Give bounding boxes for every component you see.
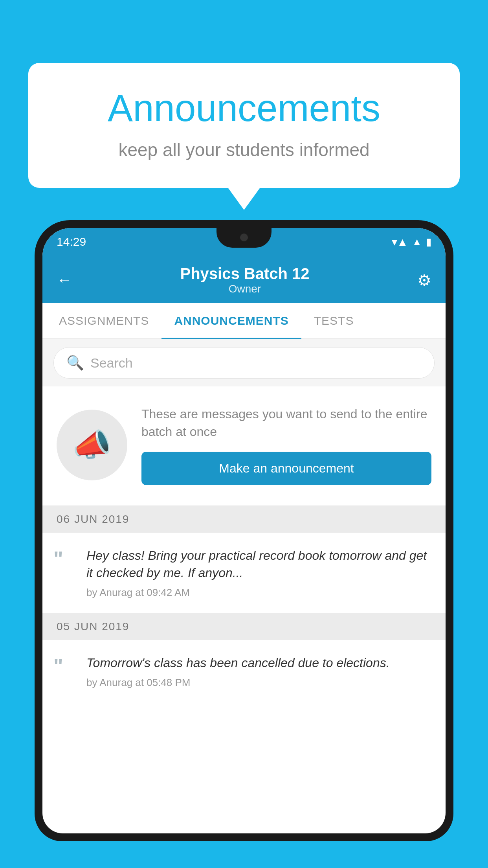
announcement-text-1: Hey class! Bring your practical record b…: [86, 547, 431, 582]
battery-icon: ▮: [426, 236, 431, 248]
batch-subtitle: Owner: [180, 283, 309, 295]
settings-button[interactable]: ⚙: [417, 271, 431, 289]
date-label-1: 06 JUN 2019: [57, 513, 129, 526]
header-title-group: Physics Batch 12 Owner: [180, 265, 309, 295]
announcement-item-1: " Hey class! Bring your practical record…: [42, 533, 446, 614]
phone-inner: 14:29 ▾▲ ▲ ▮ ← Physics Batch 12: [42, 228, 446, 833]
search-container: 🔍 Search: [42, 339, 446, 386]
date-label-2: 05 JUN 2019: [57, 620, 129, 633]
batch-title: Physics Batch 12: [180, 265, 309, 283]
app-header: ← Physics Batch 12 Owner ⚙: [42, 256, 446, 303]
wifi-icon: ▾▲: [392, 235, 408, 248]
quote-icon-1: ": [53, 548, 77, 569]
announcement-text-2: Tomorrow's class has been cancelled due …: [86, 654, 431, 672]
notch: [216, 228, 272, 248]
announcement-meta-2: by Anurag at 05:48 PM: [86, 677, 431, 689]
status-icons: ▾▲ ▲ ▮: [392, 235, 431, 248]
megaphone-icon: 📣: [72, 427, 112, 463]
date-separator-1: 06 JUN 2019: [42, 506, 446, 533]
back-button[interactable]: ←: [57, 271, 72, 289]
bubble-title: Announcements: [60, 86, 428, 130]
speech-bubble: Announcements keep all your students inf…: [28, 63, 460, 188]
tab-tests[interactable]: TESTS: [301, 303, 367, 338]
announcement-meta-1: by Anurag at 09:42 AM: [86, 587, 431, 599]
search-icon: 🔍: [66, 355, 84, 371]
bubble-subtitle: keep all your students informed: [60, 139, 428, 160]
announcement-content-2: Tomorrow's class has been cancelled due …: [86, 654, 431, 689]
prompt-description: These are messages you want to send to t…: [141, 405, 431, 441]
status-bar: 14:29 ▾▲ ▲ ▮: [42, 228, 446, 256]
status-time: 14:29: [57, 235, 86, 248]
search-box[interactable]: 🔍 Search: [53, 347, 435, 379]
tab-assignments[interactable]: ASSIGNMENTS: [46, 303, 161, 338]
camera-dot: [240, 234, 248, 241]
prompt-right: These are messages you want to send to t…: [141, 405, 431, 485]
speech-bubble-section: Announcements keep all your students inf…: [28, 63, 460, 188]
announcement-prompt: 📣 These are messages you want to send to…: [42, 386, 446, 506]
announcement-content-1: Hey class! Bring your practical record b…: [86, 547, 431, 599]
tab-announcements[interactable]: ANNOUNCEMENTS: [161, 303, 301, 338]
date-separator-2: 05 JUN 2019: [42, 613, 446, 640]
phone-mockup: 14:29 ▾▲ ▲ ▮ ← Physics Batch 12: [35, 220, 453, 868]
search-placeholder: Search: [90, 355, 133, 371]
make-announcement-button[interactable]: Make an announcement: [141, 452, 431, 485]
tab-bar: ASSIGNMENTS ANNOUNCEMENTS TESTS: [42, 303, 446, 339]
quote-icon-2: ": [53, 656, 77, 676]
announcement-item-2: " Tomorrow's class has been cancelled du…: [42, 640, 446, 703]
prompt-icon-circle: 📣: [57, 410, 127, 480]
signal-icon: ▲: [412, 236, 422, 248]
phone-outer: 14:29 ▾▲ ▲ ▮ ← Physics Batch 12: [35, 220, 453, 841]
